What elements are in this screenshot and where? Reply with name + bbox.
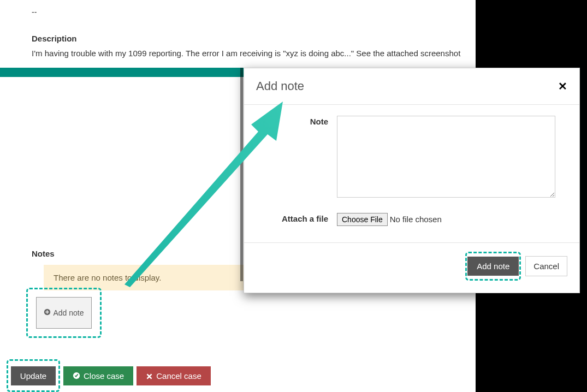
close-icon: ✕: [558, 80, 567, 92]
update-button-label: Update: [20, 371, 46, 381]
file-input-group: Choose FileNo file chosen: [337, 213, 567, 226]
add-note-button-contents: Add note: [44, 308, 84, 318]
add-note-button[interactable]: Add note: [36, 297, 92, 329]
modal-footer: Add note Cancel: [244, 242, 579, 293]
close-case-button-label: Close case: [84, 371, 124, 381]
cancel-case-button-label: Cancel case: [156, 371, 201, 381]
note-input[interactable]: [337, 116, 555, 198]
modal-submit-button-label: Add note: [477, 262, 509, 271]
add-note-highlight: Add note: [26, 288, 102, 338]
update-highlight: Update: [7, 359, 60, 392]
modal-body: Note Attach a file Choose FileNo file ch…: [244, 105, 579, 242]
description-body: I'm having trouble with my 1099 reportin…: [32, 49, 476, 58]
modal-cancel-button-label: Cancel: [533, 262, 559, 271]
modal-close-button[interactable]: ✕: [558, 80, 567, 93]
cancel-case-button[interactable]: Cancel case: [137, 366, 211, 385]
modal-header: Add note ✕: [244, 68, 579, 105]
attach-field-row: Attach a file Choose FileNo file chosen: [256, 213, 567, 226]
choose-file-button[interactable]: Choose File: [337, 213, 388, 226]
modal-left-shadow: [240, 68, 243, 281]
update-button[interactable]: Update: [11, 366, 56, 385]
note-field-label: Note: [256, 116, 337, 200]
modal-title: Add note: [256, 79, 304, 93]
submit-highlight: Add note: [465, 252, 521, 281]
close-case-button[interactable]: Close case: [63, 366, 133, 385]
description-heading: Description: [32, 34, 476, 43]
x-icon: [146, 372, 153, 379]
attach-field-label: Attach a file: [256, 213, 337, 226]
placeholder-dashes: --: [32, 8, 476, 16]
svg-rect-2: [46, 312, 50, 313]
modal-submit-button[interactable]: Add note: [467, 257, 519, 276]
add-note-modal: Add note ✕ Note Attach a file Choose Fil…: [244, 68, 580, 293]
modal-cancel-button[interactable]: Cancel: [525, 256, 567, 276]
check-circle-icon: [73, 372, 80, 379]
plus-circle-icon: [44, 308, 51, 318]
add-note-button-label: Add note: [53, 308, 84, 317]
file-status-text: No file chosen: [390, 215, 442, 224]
action-button-row: Update Close case Cancel case: [7, 359, 211, 392]
note-field-row: Note: [256, 116, 567, 200]
